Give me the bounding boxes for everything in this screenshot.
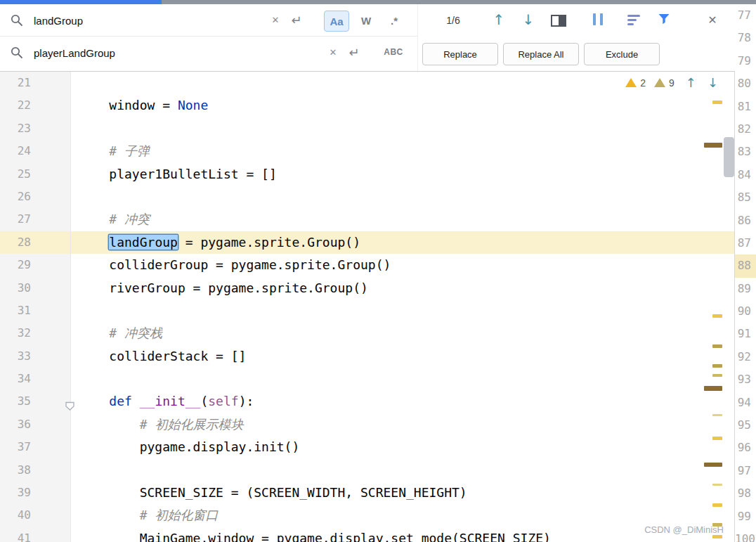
code-editor[interactable]: 2122 window = None2324 # 子弹25 player1Bul… [0,72,735,542]
right-line-number[interactable]: 84 [735,164,756,186]
stripe-warning-mark[interactable] [712,314,722,318]
code-line[interactable]: 35 def __init__(self): [0,390,735,413]
code-line[interactable]: 38 [0,459,735,482]
stripe-warning-mark[interactable] [712,437,722,440]
right-line-number[interactable]: 93 [735,368,756,391]
gutter-cell[interactable]: 32 [0,322,71,344]
right-line-number[interactable]: 86 [735,209,756,232]
stripe-warning-mark[interactable] [712,364,722,368]
stripe-warning-mark[interactable] [712,484,722,486]
replace-all-button[interactable]: Replace All [503,43,579,65]
stripe-warning-mark[interactable] [704,386,722,391]
stripe-warning-mark[interactable] [704,143,722,148]
gutter-cell[interactable]: 35 [0,390,71,413]
right-line-number[interactable]: 88 [735,254,756,277]
gutter-cell[interactable]: 26 [0,186,71,208]
prev-match-arrow-icon[interactable]: ↑ [490,9,507,30]
gutter-cell[interactable]: 28 [0,231,71,254]
code-line[interactable]: 36 # 初始化展示模块 [0,413,735,436]
fold-chevron-icon[interactable] [65,396,75,406]
right-line-number[interactable]: 92 [735,346,756,368]
replace-input[interactable] [32,42,316,63]
gutter-cell[interactable]: 39 [0,482,71,504]
code-line[interactable]: 28 landGroup = pygame.sprite.Group() [0,231,735,254]
replace-button[interactable]: Replace [422,43,498,65]
code-line[interactable]: 27 # 冲突 [0,208,735,231]
right-line-number[interactable]: 85 [735,186,756,209]
stripe-warning-mark[interactable] [712,344,722,348]
right-line-number[interactable]: 87 [735,232,756,254]
filter-lines-icon[interactable] [627,15,640,25]
code-line[interactable]: 24 # 子弹 [0,140,735,162]
code-line[interactable]: 29 colliderGroup = pygame.sprite.Group() [0,254,735,276]
right-line-number[interactable]: 79 [735,50,756,72]
stripe-warning-mark[interactable] [712,101,722,104]
newline-icon[interactable]: ↵ [288,9,305,30]
right-line-number[interactable]: 89 [735,278,756,300]
code-line[interactable]: 22 window = None [0,94,735,117]
code-line[interactable]: 21 [0,72,735,94]
clear-find-icon[interactable]: ✕ [267,9,284,30]
gutter-cell[interactable]: 29 [0,254,71,276]
preserve-case-toggle[interactable]: ABC [379,43,408,61]
code-line[interactable]: 37 pygame.display.init() [0,436,735,458]
next-match-arrow-icon[interactable]: ↓ [520,9,537,30]
gutter-cell[interactable]: 30 [0,277,71,299]
right-line-number[interactable]: 94 [735,392,756,414]
gutter-cell[interactable]: 37 [0,436,71,458]
code-line[interactable]: 34 [0,368,735,390]
stripe-warning-mark[interactable] [712,535,722,538]
gutter-cell[interactable]: 24 [0,140,71,162]
close-find-panel-icon[interactable]: ✕ [704,9,721,30]
gutter-cell[interactable]: 25 [0,163,71,186]
gutter-cell[interactable]: 34 [0,368,71,390]
code-line[interactable]: 41 MainGame.window = pygame.display.set_… [0,527,735,542]
whole-words-toggle[interactable]: W [355,11,377,30]
match-case-toggle[interactable]: Aa [324,11,349,32]
gutter-cell[interactable]: 23 [0,117,71,140]
right-line-number[interactable]: 82 [735,118,756,141]
regex-toggle[interactable]: .* [382,11,407,30]
code-line[interactable]: 25 player1BulletList = [] [0,163,735,186]
stripe-warning-mark[interactable] [712,374,722,377]
gutter-cell[interactable]: 40 [0,504,71,527]
right-line-number[interactable]: 83 [735,141,756,163]
right-line-number[interactable]: 99 [735,505,756,528]
filter-funnel-icon[interactable] [658,13,670,25]
search-in-selection-icon[interactable] [551,15,566,27]
gutter-cell[interactable]: 33 [0,345,71,368]
gutter-cell[interactable]: 22 [0,94,71,117]
replace-newline-icon[interactable]: ↵ [346,41,363,63]
gutter-cell[interactable]: 38 [0,459,71,482]
select-all-occurrences-icon[interactable] [593,13,603,25]
gutter-cell[interactable]: 41 [0,527,71,542]
right-line-number[interactable]: 95 [735,414,756,437]
right-line-number[interactable]: 91 [735,323,756,345]
exclude-button[interactable]: Exclude [584,43,660,65]
right-line-number[interactable]: 96 [735,437,756,459]
code-line[interactable]: 39 SCREEN_SIZE = (SCREEN_WIDTH, SCREEN_H… [0,482,735,504]
code-line[interactable]: 30 riverGroup = pygame.sprite.Group() [0,277,735,299]
code-line[interactable]: 40 # 初始化窗口 [0,504,735,527]
right-line-number[interactable]: 98 [735,482,756,505]
gutter-cell[interactable]: 36 [0,413,71,436]
code-line[interactable]: 31 [0,299,735,322]
stripe-warning-mark[interactable] [712,414,722,416]
code-line[interactable]: 26 [0,186,735,208]
code-line[interactable]: 23 [0,117,735,140]
stripe-warning-mark[interactable] [704,463,722,467]
right-line-number[interactable]: 77 [735,4,756,27]
right-line-number[interactable]: 90 [735,300,756,323]
right-line-number[interactable]: 100 [735,528,756,542]
next-issue-arrow-icon[interactable]: ↓ [708,75,718,90]
clear-replace-icon[interactable]: ✕ [325,41,341,63]
code-line[interactable]: 33 colliderStack = [] [0,345,735,368]
right-line-number[interactable]: 78 [735,27,756,49]
stripe-warning-mark[interactable] [712,503,722,507]
gutter-cell[interactable]: 21 [0,72,71,94]
prev-issue-arrow-icon[interactable]: ↑ [686,75,696,90]
right-line-number[interactable]: 97 [735,460,756,482]
find-input[interactable] [32,10,260,31]
code-line[interactable]: 32 # 冲突栈 [0,322,735,344]
right-line-number[interactable]: 81 [735,96,756,118]
